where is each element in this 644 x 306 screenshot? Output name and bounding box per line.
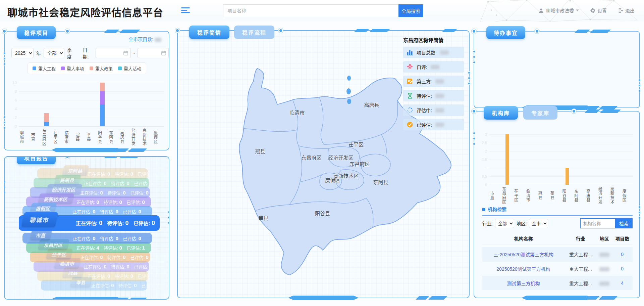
x-tick-label: 茌平区 — [513, 187, 525, 204]
report-ribbon[interactable]: 莘县 正在评估: 0 待评估: 0 已评估: 0 — [41, 280, 147, 291]
info-label: 项目总数: — [417, 49, 437, 56]
industry-label: 行业: — [482, 220, 493, 227]
org-project-count: 0 — [612, 247, 633, 262]
logout-label: 退出 — [625, 7, 635, 14]
legend-item[interactable]: 重大政策 — [90, 65, 113, 72]
table-header: 项目数 — [612, 232, 633, 245]
bar-segment[interactable] — [566, 168, 569, 185]
report-ribbon[interactable]: 冠县 正在评估: 0 待评估: 0 已评估: 0 — [37, 270, 148, 281]
app-header: 聊城市社会稳定风险评估信息平台 全局搜索 聊城市政法委 设置 退出 — [0, 0, 644, 21]
table-row[interactable]: 三-20250520测试第三方机构 重大工程... 0 — [482, 247, 633, 262]
todo-panel: 待办事宜 — [474, 31, 640, 108]
district-label[interactable]: 临清市 — [289, 109, 305, 116]
org-name-input[interactable] — [580, 218, 615, 228]
dot-decoration — [3, 52, 6, 65]
industry-select[interactable]: 全部 — [495, 219, 514, 228]
date-end-input[interactable] — [138, 48, 169, 58]
info-label: 评估中: — [417, 107, 432, 114]
panel-badge-project: 稳评项目 — [17, 26, 56, 39]
x-tick-label: 阳谷县 — [561, 187, 573, 204]
table-row[interactable]: 20250520测试第三方机构 重大工程... 0 — [482, 262, 633, 276]
report-carousel-panel: 项目报告 东阿县 正在评估: 0 待评估: 0 已评估: 0 高唐县 正在评估:… — [4, 156, 169, 300]
table-row[interactable]: 测试第三方机构 重大工程... 4 — [482, 276, 633, 291]
slash-decoration — [117, 148, 145, 152]
map-tab-1[interactable]: 稳评流程 — [234, 26, 274, 39]
x-tick-label: 经济开发 — [597, 187, 609, 204]
org-search-button[interactable]: 检索 — [615, 218, 633, 228]
legend-item[interactable]: 重大工程 — [33, 65, 56, 72]
global-search-button[interactable]: 全局搜索 — [398, 4, 423, 17]
ribbon-metrics: 正在评估: 0 待评估: 0 已评估: 0 — [80, 254, 152, 260]
map-tab-0[interactable]: 稳评简情 — [189, 26, 229, 39]
quarter-select[interactable]: 全部 — [44, 48, 64, 58]
organization-panel: 机构库专家库 32.521.510.50市直东昌府区茌平区临清市冠县莘县阳谷县东… — [474, 111, 640, 298]
district-label[interactable]: 经济开发区 — [328, 154, 354, 161]
ribbon-metrics: 正在评估: 0 待评估: 0 已评估: 0 — [88, 273, 159, 279]
date-separator: - — [133, 50, 135, 56]
legend-item[interactable]: 重大事项 — [61, 65, 84, 72]
org-tab-1[interactable]: 专家库 — [523, 106, 557, 120]
corner-dot — [4, 156, 7, 159]
district-label[interactable]: 东阿县 — [373, 178, 388, 185]
hamburger-menu-icon[interactable] — [181, 7, 190, 14]
bar-segment[interactable] — [44, 113, 49, 122]
legend-item[interactable]: 重大活动 — [118, 65, 141, 72]
calendar-icon — [123, 51, 128, 55]
org-name-link[interactable]: 20250520测试第三方机构 — [482, 262, 565, 276]
bar-segment[interactable] — [100, 83, 105, 91]
slash-decoration — [106, 30, 139, 33]
project-chart-legend: 重大工程 重大事项 重大政策 重大活动 — [28, 62, 146, 74]
x-tick-label: 东昌府区 — [41, 128, 52, 146]
settings-button[interactable]: 设置 — [590, 7, 607, 14]
corner-dot — [278, 28, 283, 33]
bar-segment[interactable] — [505, 134, 509, 185]
logout-button[interactable]: 退出 — [618, 7, 635, 14]
bowtie-decoration — [52, 148, 122, 152]
area-select[interactable]: 全市 — [529, 219, 548, 228]
year-select[interactable]: 2025 — [11, 48, 34, 58]
org-name-link[interactable]: 三-20250520测试第三方机构 — [482, 247, 565, 262]
table-header: 地区 — [597, 232, 612, 245]
district-label[interactable]: 高唐县 — [364, 101, 379, 108]
bar-segment[interactable] — [100, 91, 105, 104]
district-label[interactable]: 冠县 — [255, 147, 265, 155]
report-ribbon[interactable]: 东昌府区 正在评估: 4 待评估: 0 已评估: 1 — [26, 242, 151, 253]
bar-segment[interactable] — [100, 104, 105, 126]
info-row: 待评估: — [403, 90, 464, 101]
district-label[interactable]: 度假区 — [325, 176, 340, 183]
x-tick-label: 高唐县 — [119, 128, 130, 146]
ribbon-metrics: 正在评估: 0 待评估: 0 已评估: 0 — [80, 189, 152, 196]
user-menu[interactable]: 聊城市政法委 — [539, 7, 579, 14]
search-input[interactable] — [223, 4, 398, 17]
dot-decoration — [4, 180, 6, 194]
settings-label: 设置 — [597, 7, 607, 14]
info-row: 第三方: — [403, 76, 464, 87]
x-tick-label: 市直 — [30, 128, 41, 146]
date-start-input[interactable] — [96, 48, 130, 58]
org-name-link[interactable]: 测试第三方机构 — [482, 276, 565, 291]
org-tab-0[interactable]: 机构库 — [484, 106, 518, 120]
bar-column — [501, 134, 513, 185]
bar-column — [597, 134, 609, 185]
year-label: 年 — [36, 50, 41, 56]
bar-column — [609, 134, 621, 185]
district-label[interactable]: 东昌府区 — [301, 154, 321, 161]
district-label[interactable]: 莘县 — [258, 214, 268, 221]
x-tick-label: 冠县 — [537, 187, 549, 204]
x-tick-label: 高新技术 — [609, 187, 621, 204]
report-ribbon[interactable]: 市直 正在评估: 0 待评估: 0 已评估: 0 — [22, 233, 152, 244]
x-tick-label: 临清市 — [525, 187, 537, 204]
district-label[interactable]: 茌平区 — [348, 141, 364, 148]
report-ribbon[interactable]: 茌平区 正在评估: 0 待评估: 0 已评估: 0 — [30, 252, 150, 262]
project-bar-chart: 1086420聊城市市直东昌府区茌平区临清市冠县莘县阳谷县东阿县高唐县经济开发高… — [19, 83, 164, 126]
report-ribbon[interactable]: 临清市 正在评估: 0 待评估: 0 已评估: 0 — [34, 261, 149, 272]
district-label[interactable]: 阳谷县 — [315, 210, 330, 217]
ribbon-metrics: 正在评估: 0 待评估: 0 已评估: 0 — [73, 208, 145, 215]
dot-decoration — [638, 79, 641, 92]
district-label[interactable]: 东昌府区 — [350, 160, 370, 167]
redacted-value — [440, 50, 449, 55]
bar-segment[interactable] — [44, 122, 49, 126]
check-icon — [407, 121, 413, 128]
report-ribbon[interactable]: 聊城市 正在评估: 0 待评估: 0 已评估: 0 — [19, 215, 160, 231]
org-area — [597, 276, 612, 291]
